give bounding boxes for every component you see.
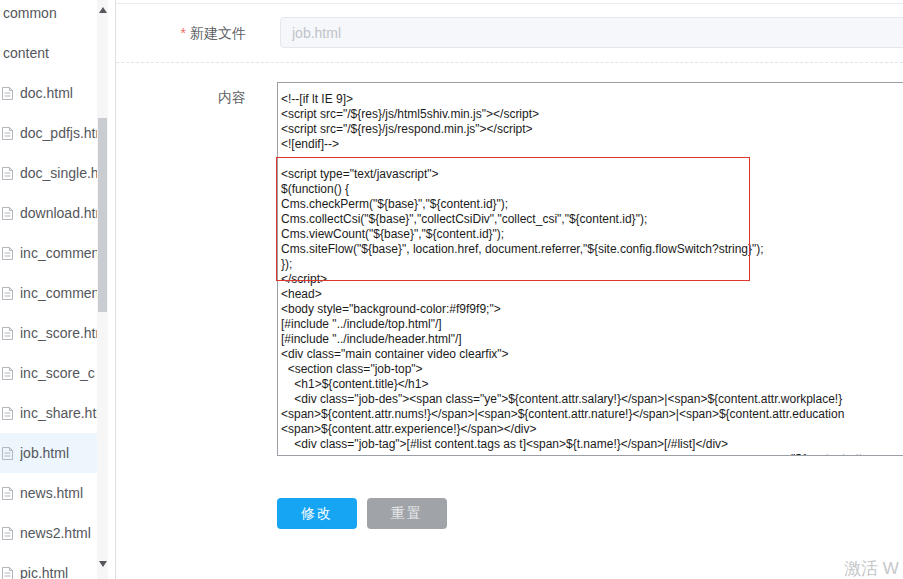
section-separator [116, 62, 903, 63]
content-label: 内容 [116, 89, 246, 107]
file-icon [1, 326, 14, 341]
tree-item-news2-html[interactable]: news2.html [0, 513, 97, 553]
filename-label: *新建文件 [116, 25, 246, 43]
tree-item-content[interactable]: content [0, 33, 100, 73]
windows-activation-watermark: 激活 W [844, 557, 899, 579]
tree-item-label: inc_commen [20, 285, 97, 301]
tree-item-label: inc_share.htm [20, 405, 97, 421]
sidebar-divider [115, 0, 116, 579]
tree-item-label: doc_single.ht [20, 165, 97, 181]
file-icon [1, 406, 14, 421]
tree-item-label: inc_commen [20, 245, 97, 261]
filename-input[interactable] [280, 17, 903, 48]
file-icon [1, 126, 14, 141]
file-icon [1, 286, 14, 301]
tree-item-label: content [3, 45, 49, 61]
tree-item-inc-commen[interactable]: inc_commen [0, 233, 97, 273]
form-top-border [116, 3, 903, 4]
file-icon [1, 526, 14, 541]
tree-item-label: common [3, 5, 57, 21]
file-icon [1, 366, 14, 381]
required-mark: * [181, 25, 186, 41]
code-editor-text: <!--[if lt IE 9]> <script src="/${res}/j… [278, 83, 903, 456]
scroll-down-icon[interactable] [99, 561, 107, 567]
tree-item-job-html[interactable]: job.html [0, 433, 97, 473]
tree-item-inc-share-htm[interactable]: inc_share.htm [0, 393, 97, 433]
tree-item-download-htm[interactable]: download.htm [0, 193, 97, 233]
file-icon [1, 86, 14, 101]
tree-item-label: pic.html [20, 565, 68, 579]
modify-button[interactable]: 修改 [277, 498, 357, 529]
tree-item-label: news2.html [20, 525, 91, 541]
tree-item-news-html[interactable]: news.html [0, 473, 97, 513]
file-icon [1, 566, 14, 579]
tree-item-label: inc_score.htm [20, 325, 97, 341]
sidebar-scrollbar-thumb[interactable] [98, 118, 107, 312]
tree-item-label: news.html [20, 485, 83, 501]
reset-button[interactable]: 重置 [367, 498, 447, 529]
tree-item-doc-pdfjs-htm[interactable]: doc_pdfjs.htm [0, 113, 97, 153]
tree-item-label: doc_pdfjs.htm [20, 125, 97, 141]
tree-item-doc-single-ht[interactable]: doc_single.ht [0, 153, 97, 193]
tree-item-doc-html[interactable]: doc.html [0, 73, 97, 113]
code-editor[interactable]: <!--[if lt IE 9]> <script src="/${res}/j… [277, 82, 903, 456]
tree-item-label: doc.html [20, 85, 73, 101]
tree-item-common[interactable]: common [0, 0, 100, 33]
tree-item-label: download.htm [20, 205, 97, 221]
tree-item-pic-html[interactable]: pic.html [0, 553, 97, 579]
file-icon [1, 486, 14, 501]
scroll-up-icon[interactable] [99, 7, 107, 13]
template-editor-page: commoncontentdoc.htmldoc_pdfjs.htmdoc_si… [0, 0, 903, 579]
tree-item-inc-score-htm[interactable]: inc_score.htm [0, 313, 97, 353]
tree-item-inc-score-c[interactable]: inc_score_c [0, 353, 97, 393]
tree-item-label: inc_score_c [20, 365, 95, 381]
file-icon [1, 446, 14, 461]
tree-item-inc-commen[interactable]: inc_commen [0, 273, 97, 313]
file-icon [1, 206, 14, 221]
tree-item-label: job.html [20, 445, 69, 461]
file-icon [1, 246, 14, 261]
file-icon [1, 166, 14, 181]
